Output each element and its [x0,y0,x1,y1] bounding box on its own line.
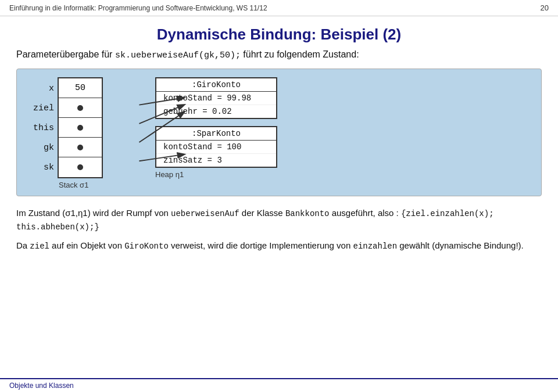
header-title: Einführung in die Informatik: Programmie… [9,4,267,12]
main-content: Dynamische Bindung: Beispiel (2) Paramet… [0,16,558,268]
stack-rows: x ziel this gk sk 50 [27,77,103,178]
heap-objects: :GiroKonto kontoStand = 99.98 gebuehr = … [155,77,277,168]
heap-sparkonto-zinssatz: zinsSatz = 3 [156,154,276,167]
heap-girokonto-gebuehr: gebuehr = 0.02 [156,105,276,118]
intro-code: sk.ueberweiseAuf(gk,50); [115,51,241,60]
stack-box: 50 [58,77,103,178]
body-para1: Im Zustand (σ1,η1) wird der Rumpf von ue… [16,207,542,233]
footer-text: Objekte und Klassen [9,382,74,390]
heap-footer: Heap η1 [155,170,184,179]
stack-cell-this [59,118,102,138]
stack-footer: Stack σ1 [27,181,88,189]
intro-after: führt zu folgendem Zustand: [241,49,359,59]
heap-sparkonto-title: :SparKonto [156,127,276,141]
header-bar: Einführung in die Informatik: Programmie… [0,0,558,16]
diagram-area: x ziel this gk sk 50 [16,69,542,196]
dot-sk [77,164,83,170]
footer-bar: Objekte und Klassen [0,378,558,392]
stack-cell-x: 50 [59,78,102,98]
heap-girokonto-kontostand: kontoStand = 99.98 [156,92,276,105]
intro-before: Parameterübergabe für [16,49,115,59]
dot-ziel [77,105,83,111]
page: Einführung in die Informatik: Programmie… [0,0,558,392]
dot-gk [77,145,83,150]
stack-label-sk: sk [27,157,58,177]
stack-panel: x ziel this gk sk 50 [27,77,120,189]
stack-label-ziel: ziel [27,98,58,118]
intro-text: Parameterübergabe für sk.ueberweiseAuf(g… [16,49,542,60]
stack-label-gk: gk [27,138,58,157]
heap-object-girokonto: :GiroKonto kontoStand = 99.98 gebuehr = … [155,77,277,119]
heap-sparkonto-kontostand: kontoStand = 100 [156,141,276,154]
stack-label-x: x [27,78,58,98]
page-number: 20 [541,3,549,12]
code-bankkonto: Bankkonto [285,209,330,218]
diagram-inner: x ziel this gk sk 50 [27,77,531,189]
code-ziel: ziel [30,242,49,251]
code-body1: {ziel.einzahlen(x); this.abheben(x);} [16,209,494,232]
heap-girokonto-title: :GiroKonto [156,78,276,92]
stack-cell-sk [59,157,102,177]
heap-panel: :GiroKonto kontoStand = 99.98 gebuehr = … [155,77,277,179]
stack-label-this: this [27,118,58,138]
code-girokonto: GiroKonto [124,242,169,251]
slide-title: Dynamische Bindung: Beispiel (2) [16,26,542,44]
heap-object-sparkonto: :SparKonto kontoStand = 100 zinsSatz = 3 [155,126,277,168]
stack-cell-gk [59,138,102,157]
stack-labels: x ziel this gk sk [27,77,58,178]
code-ueberweisenauf: ueberweisenAuf [171,209,239,218]
dot-this [77,125,83,131]
code-einzahlen: einzahlen [353,242,397,251]
stack-cell-ziel [59,98,102,118]
body-para2: Da ziel auf ein Objekt von GiroKonto ver… [16,239,542,253]
